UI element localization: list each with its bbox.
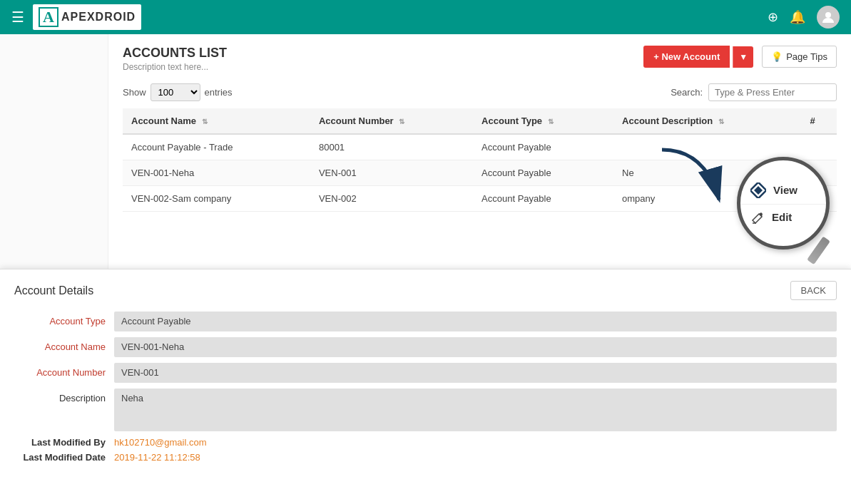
description-row: Description Neha xyxy=(14,389,837,431)
page-title: ACCOUNTS LIST xyxy=(123,46,227,61)
cell-account-number: 80001 xyxy=(310,134,473,160)
panel-header: Account Details BACK xyxy=(14,281,837,300)
page-tips-button[interactable]: 💡 Page Tips xyxy=(762,46,837,68)
cell-account-number: VEN-002 xyxy=(310,186,473,212)
entries-select[interactable]: 100 50 25 10 xyxy=(151,83,200,101)
cell-account-name: VEN-001-Neha xyxy=(123,160,310,186)
page-header: ACCOUNTS LIST Description text here... +… xyxy=(123,46,837,72)
account-type-value: Account Payable xyxy=(114,312,837,331)
menu-icon[interactable]: ☰ xyxy=(11,9,24,26)
show-label: Show xyxy=(123,87,146,98)
account-name-value: VEN-001-Neha xyxy=(114,337,837,357)
nav-right-icons: ⊕ 🔔 xyxy=(768,6,840,29)
col-account-number: Account Number ⇅ xyxy=(310,108,473,134)
view-icon xyxy=(750,182,766,198)
view-action-item[interactable]: View xyxy=(740,177,826,204)
last-modified-by-value: hk102710@gmail.com xyxy=(114,437,207,448)
sort-icon-name[interactable]: ⇅ xyxy=(202,118,208,125)
last-modified-by-label: Last Modified By xyxy=(14,437,114,448)
curved-arrow-svg xyxy=(648,143,733,214)
sort-icon-number[interactable]: ⇅ xyxy=(399,118,404,125)
app-name: APEXDROID xyxy=(61,11,136,24)
col-account-description: Account Description ⇅ xyxy=(613,108,802,134)
sort-icon-type[interactable]: ⇅ xyxy=(548,118,554,125)
magnifier-overlay: View Edit xyxy=(737,157,837,267)
sort-icon-desc[interactable]: ⇅ xyxy=(718,118,724,125)
edit-label: Edit xyxy=(772,211,792,223)
view-label: View xyxy=(773,184,798,196)
header-actions: + New Account ▼ 💡 Page Tips xyxy=(643,46,837,68)
last-modified-by-row: Last Modified By hk102710@gmail.com xyxy=(14,437,837,448)
edit-icon xyxy=(750,210,765,225)
col-actions: # xyxy=(802,108,837,134)
arrow-overlay xyxy=(648,143,733,216)
description-label: Description xyxy=(14,389,114,403)
last-modified-date-value: 2019-11-22 11:12:58 xyxy=(114,452,200,463)
cell-account-type: Account Payable xyxy=(473,160,613,186)
notification-bell-icon[interactable]: 🔔 xyxy=(790,9,805,25)
lightbulb-icon: 💡 xyxy=(771,51,783,62)
show-entries-control: Show 100 50 25 10 entries xyxy=(123,83,233,101)
search-label: Search: xyxy=(671,87,703,98)
search-box: Search: xyxy=(671,83,837,101)
cell-account-name: VEN-002-Sam company xyxy=(123,186,310,212)
last-modified-date-label: Last Modified Date xyxy=(14,452,114,463)
cell-account-type: Account Payable xyxy=(473,134,613,160)
account-type-label: Account Type xyxy=(14,312,114,326)
back-button[interactable]: BACK xyxy=(790,281,837,300)
table-header-row: Account Name ⇅ Account Number ⇅ Account … xyxy=(123,108,837,134)
svg-marker-3 xyxy=(754,186,763,195)
new-account-button[interactable]: + New Account xyxy=(643,46,730,68)
cell-account-number: VEN-001 xyxy=(310,160,473,186)
cell-account-name: Account Payable - Trade xyxy=(123,134,310,160)
col-account-type: Account Type ⇅ xyxy=(473,108,613,134)
account-name-label: Account Name xyxy=(14,337,114,352)
cell-account-type: Account Payable xyxy=(473,186,613,212)
last-modified-date-row: Last Modified Date 2019-11-22 11:12:58 xyxy=(14,452,837,463)
col-account-name: Account Name ⇅ xyxy=(123,108,310,134)
description-value: Neha xyxy=(114,389,837,431)
page-description: Description text here... xyxy=(123,62,227,72)
account-name-row: Account Name VEN-001-Neha xyxy=(14,337,837,357)
entries-label: entries xyxy=(205,87,233,98)
app-logo: A APEXDROID xyxy=(33,4,141,30)
svg-point-0 xyxy=(825,12,831,18)
logo-letter: A xyxy=(39,7,58,27)
account-details-panel: Account Details BACK Account Type Accoun… xyxy=(0,269,851,504)
user-avatar[interactable] xyxy=(817,6,840,29)
top-navigation: ☰ A APEXDROID ⊕ 🔔 xyxy=(0,0,851,34)
panel-title: Account Details xyxy=(14,284,93,297)
page-title-section: ACCOUNTS LIST Description text here... xyxy=(123,46,227,72)
account-number-value: VEN-001 xyxy=(114,363,837,383)
table-controls: Show 100 50 25 10 entries Search: xyxy=(123,83,837,101)
edit-action-item[interactable]: Edit xyxy=(740,205,826,230)
account-number-label: Account Number xyxy=(14,363,114,378)
search-input[interactable] xyxy=(708,83,837,101)
account-type-row: Account Type Account Payable xyxy=(14,312,837,331)
new-account-dropdown-button[interactable]: ▼ xyxy=(733,46,753,68)
add-circle-icon[interactable]: ⊕ xyxy=(768,9,778,25)
account-number-row: Account Number VEN-001 xyxy=(14,363,837,383)
page-tips-label: Page Tips xyxy=(786,51,827,62)
